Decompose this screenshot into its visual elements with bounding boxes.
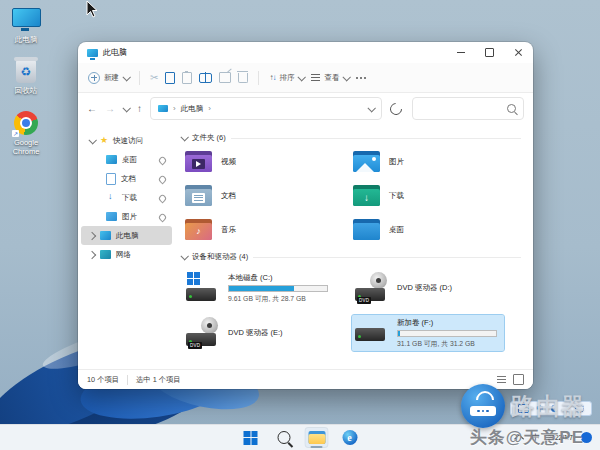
sidebar-item-documents[interactable]: 文档 (81, 169, 172, 188)
hard-drive-icon (186, 272, 220, 304)
recycle-bin-icon: ♻ (16, 60, 36, 83)
minimize-button[interactable] (446, 42, 475, 63)
sort-icon: ↑↓ (269, 74, 275, 82)
folder-videos[interactable]: 视频 (185, 151, 335, 172)
title-bar[interactable]: 此电脑 (78, 42, 533, 63)
address-dropdown-icon[interactable] (367, 104, 375, 112)
pictures-folder-icon (353, 151, 380, 172)
chevron-down-icon (180, 252, 188, 260)
mouse-cursor (86, 0, 99, 19)
maximize-button[interactable] (475, 42, 504, 63)
music-folder-icon: ♪ (185, 219, 212, 240)
drive-label: 本地磁盘 (C:) (228, 273, 328, 283)
paste-button[interactable] (182, 72, 192, 84)
navigation-pane: ★ 快速访问 桌面 文档 下载 图片 (78, 124, 175, 369)
documents-folder-icon (185, 185, 212, 206)
command-bar: 新建 ✂ ↑↓ 排序 查看 (78, 63, 533, 93)
capacity-bar (228, 285, 328, 292)
sidebar-item-quick-access[interactable]: ★ 快速访问 (81, 131, 172, 150)
folder-desktop[interactable]: 桌面 (353, 219, 503, 240)
desktop-icon-recycle-bin[interactable]: ♻ 回收站 (2, 60, 50, 95)
new-button[interactable]: 新建 (88, 72, 129, 84)
sidebar-item-network[interactable]: 网络 (81, 245, 172, 264)
folder-label: 视频 (221, 157, 236, 167)
sidebar-item-label: 快速访问 (113, 136, 143, 146)
taskbar-browser-button[interactable]: e (338, 427, 362, 448)
desktop-icon-chrome[interactable]: ↗ Google Chrome (2, 111, 50, 156)
start-button[interactable] (239, 427, 263, 448)
cut-button[interactable]: ✂ (150, 73, 158, 83)
more-icon (356, 77, 366, 79)
forward-button[interactable]: → (105, 104, 115, 114)
sidebar-item-label: 网络 (116, 250, 131, 260)
delete-button[interactable] (238, 73, 248, 83)
folder-label: 桌面 (389, 225, 404, 235)
sidebar-item-pictures[interactable]: 图片 (81, 207, 172, 226)
desktop-icon-label: Google Chrome (2, 138, 50, 156)
share-button[interactable] (219, 72, 231, 83)
sidebar-item-downloads[interactable]: 下载 (81, 188, 172, 207)
details-view-button[interactable] (497, 376, 506, 384)
recent-locations-button[interactable] (122, 104, 130, 112)
drive-local-c[interactable]: 本地磁盘 (C:) 9.61 GB 可用, 共 28.7 GB (183, 270, 335, 306)
breadcrumb[interactable]: › 此电脑 › (150, 97, 382, 120)
sidebar-item-label: 图片 (122, 212, 137, 222)
desktop-icon-label: 此电脑 (15, 35, 38, 44)
rename-button[interactable] (199, 73, 212, 83)
this-pc-icon (12, 8, 41, 32)
pin-icon (158, 213, 166, 221)
chevron-right-icon (88, 250, 96, 258)
up-button[interactable]: ↑ (137, 104, 142, 114)
headline-watermark: 头条@天意PE (470, 426, 584, 449)
section-title: 文件夹 (6) (192, 133, 226, 143)
this-pc-icon (100, 231, 111, 240)
drive-new-volume-f[interactable]: 新加卷 (F:) 31.1 GB 可用, 共 31.2 GB (352, 315, 504, 351)
folder-downloads[interactable]: ↓ 下载 (353, 185, 503, 206)
sort-button[interactable]: ↑↓ 排序 (269, 73, 304, 83)
sidebar-item-this-pc[interactable]: 此电脑 (81, 226, 172, 245)
drive-label: 新加卷 (F:) (397, 318, 497, 328)
drive-dvd-d[interactable]: DVD DVD 驱动器 (D:) (352, 270, 504, 306)
window-title: 此电脑 (103, 47, 127, 58)
search-box[interactable] (412, 97, 524, 120)
shortcut-arrow-icon: ↗ (12, 130, 19, 137)
window-body: ★ 快速访问 桌面 文档 下载 图片 (78, 124, 533, 369)
folder-documents[interactable]: 文档 (185, 185, 335, 206)
copy-button[interactable] (165, 72, 175, 84)
breadcrumb-this-pc[interactable]: 此电脑 (181, 104, 204, 114)
pin-icon (158, 156, 166, 164)
sidebar-item-desktop[interactable]: 桌面 (81, 150, 172, 169)
this-pc-icon (87, 49, 98, 57)
more-button[interactable] (356, 77, 366, 79)
folders-section-header[interactable]: 文件夹 (6) (181, 133, 521, 143)
drives-section-header[interactable]: 设备和驱动器 (4) (181, 252, 521, 262)
back-button[interactable]: ← (87, 104, 97, 114)
taskbar-explorer-button[interactable] (305, 427, 329, 448)
delete-icon (238, 73, 248, 83)
router-watermark-text: 路由器 (511, 391, 586, 422)
dvd-drive-icon: DVD (186, 317, 220, 349)
desktop-folder-icon (106, 155, 117, 164)
capacity-bar (397, 330, 497, 337)
drive-label: DVD 驱动器 (E:) (228, 328, 283, 338)
folder-pictures[interactable]: 图片 (353, 151, 503, 172)
drive-dvd-e[interactable]: DVD DVD 驱动器 (E:) (183, 315, 335, 351)
close-button[interactable] (504, 42, 533, 63)
taskbar-search-button[interactable] (272, 427, 296, 448)
network-icon (100, 250, 111, 259)
folder-label: 音乐 (221, 225, 236, 235)
pictures-icon (106, 212, 117, 221)
desktop-icons: 此电脑 ♻ 回收站 ↗ Google Chrome (4, 8, 48, 156)
folder-label: 下载 (389, 191, 404, 201)
desktop-icon-this-pc[interactable]: 此电脑 (2, 8, 50, 44)
divider (231, 138, 521, 139)
refresh-button[interactable] (388, 100, 405, 117)
address-bar: ← → ↑ › 此电脑 › (78, 93, 533, 124)
windows-logo-icon (244, 431, 258, 445)
view-button[interactable]: 查看 (311, 73, 349, 83)
desktop-folder-icon (353, 219, 380, 240)
this-pc-icon (158, 105, 168, 112)
file-list-pane: 文件夹 (6) 视频 图片 文档 ↓ 下载 (175, 124, 533, 369)
dvd-disc-icon (370, 272, 387, 289)
folder-music[interactable]: ♪ 音乐 (185, 219, 335, 240)
